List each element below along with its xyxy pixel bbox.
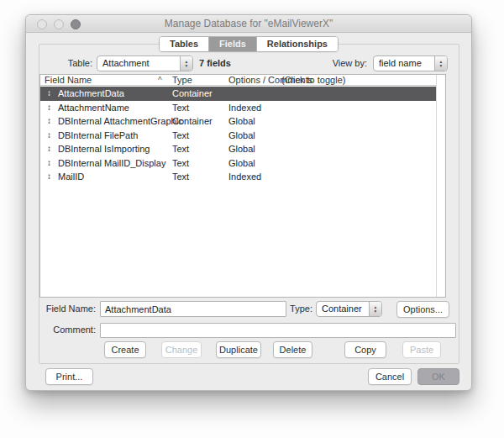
field-row[interactable]: ↕DBInternal FilePathTextGlobal (40, 129, 436, 143)
field-row-options: Indexed (228, 170, 261, 184)
field-row-type: Text (172, 170, 189, 184)
tab-fields[interactable]: Fields (209, 37, 257, 51)
field-row-type: Container (172, 114, 213, 129)
sort-ascending-icon: ^ (158, 75, 162, 86)
reorder-icon[interactable]: ↕ (47, 156, 51, 171)
cancel-button[interactable]: Cancel (368, 368, 412, 385)
change-button[interactable]: Change (161, 341, 202, 358)
tab-bar: TablesFieldsRelationships (159, 36, 339, 52)
reorder-icon[interactable]: ↕ (47, 129, 51, 143)
duplicate-button[interactable]: Duplicate (216, 341, 261, 358)
type-label: Type: (275, 301, 312, 317)
type-select[interactable]: Container ▴▾ (316, 301, 382, 317)
comment-input[interactable] (100, 323, 456, 338)
reorder-icon[interactable]: ↕ (47, 114, 51, 129)
field-row[interactable]: ↕MailIDTextIndexed (40, 170, 436, 184)
reorder-icon[interactable]: ↕ (47, 87, 51, 101)
field-list: Field Name ^ Type Options / Comments (Cl… (39, 74, 446, 298)
view-by-select[interactable]: field name ▴▾ (373, 55, 448, 71)
copy-button[interactable]: Copy (344, 341, 386, 358)
field-row-name: DBInternal IsImporting (58, 142, 150, 156)
field-list-header: Field Name ^ Type Options / Comments (Cl… (40, 75, 436, 86)
field-name-label: Field Name: (39, 301, 96, 317)
paste-button[interactable]: Paste (402, 341, 441, 358)
field-row-options: Indexed (228, 101, 261, 115)
tab-bar-row: TablesFieldsRelationships (26, 35, 471, 51)
field-row-type: Text (172, 156, 189, 171)
type-select-value: Container (322, 303, 362, 314)
field-row[interactable]: ↕DBInternal MailID_DisplayTextGlobal (40, 156, 436, 171)
table-select-value: Attachment (102, 58, 150, 68)
column-header-type[interactable]: Type (172, 75, 192, 86)
field-row-type: Container (172, 87, 213, 101)
table-label: Table: (46, 55, 92, 71)
window-title: Manage Database for "eMailViewerX" (26, 15, 471, 33)
desktop-background: Manage Database for "eMailViewerX" Table… (0, 0, 504, 438)
field-count: 7 fields (199, 55, 231, 71)
field-row-options: Global (228, 129, 255, 143)
titlebar: Manage Database for "eMailViewerX" (26, 15, 471, 33)
ok-button[interactable]: OK (417, 368, 459, 385)
field-row-type: Text (172, 101, 189, 115)
field-row-type: Text (172, 142, 189, 156)
delete-button[interactable]: Delete (273, 341, 312, 358)
field-rows: ↕AttachmentDataContainer↕AttachmentNameT… (40, 87, 436, 297)
field-row-name: MailID (58, 170, 84, 184)
field-row[interactable]: ↕AttachmentNameTextIndexed (40, 101, 436, 115)
field-row-type: Text (172, 129, 189, 143)
field-name-input[interactable] (100, 301, 286, 317)
field-row-options: Global (228, 142, 255, 156)
field-row-name: AttachmentData (58, 87, 124, 101)
popup-stepper-icon: ▴▾ (369, 302, 381, 316)
tab-relationships[interactable]: Relationships (257, 37, 338, 51)
column-header-field-name[interactable]: Field Name (45, 75, 92, 86)
popup-stepper-icon: ▴▾ (180, 56, 192, 71)
reorder-icon[interactable]: ↕ (47, 170, 51, 184)
options-button[interactable]: Options... (396, 301, 449, 318)
view-by-label: View by: (317, 55, 367, 71)
manage-database-window: Manage Database for "eMailViewerX" Table… (25, 14, 472, 391)
field-row[interactable]: ↕DBInternal IsImportingTextGlobal (40, 142, 436, 156)
create-button[interactable]: Create (104, 341, 146, 358)
field-row-name: DBInternal AttachmentGraphic (58, 114, 183, 129)
tab-tables[interactable]: Tables (160, 37, 209, 51)
field-row-name: DBInternal MailID_Display (58, 156, 165, 171)
field-row-name: AttachmentName (58, 101, 129, 115)
print-button[interactable]: Print... (45, 368, 93, 385)
fields-tab-panel: Table: Attachment ▴▾ 7 fields View by: f… (39, 44, 459, 364)
view-by-select-value: field name (379, 58, 422, 68)
reorder-icon[interactable]: ↕ (47, 101, 51, 115)
field-row[interactable]: ↕DBInternal AttachmentGraphicContainerGl… (40, 114, 436, 129)
reorder-icon[interactable]: ↕ (47, 142, 51, 156)
field-row-name: DBInternal FilePath (58, 129, 138, 143)
column-header-toggle-hint: (Click to toggle) (281, 75, 345, 86)
table-select[interactable]: Attachment ▴▾ (97, 55, 193, 71)
popup-stepper-icon: ▴▾ (434, 56, 447, 71)
field-row-options: Global (228, 156, 255, 171)
field-row[interactable]: ↕AttachmentDataContainer (40, 87, 436, 101)
comment-label: Comment: (39, 322, 96, 338)
field-row-options: Global (228, 114, 255, 129)
scrollbar-track[interactable] (436, 75, 445, 297)
